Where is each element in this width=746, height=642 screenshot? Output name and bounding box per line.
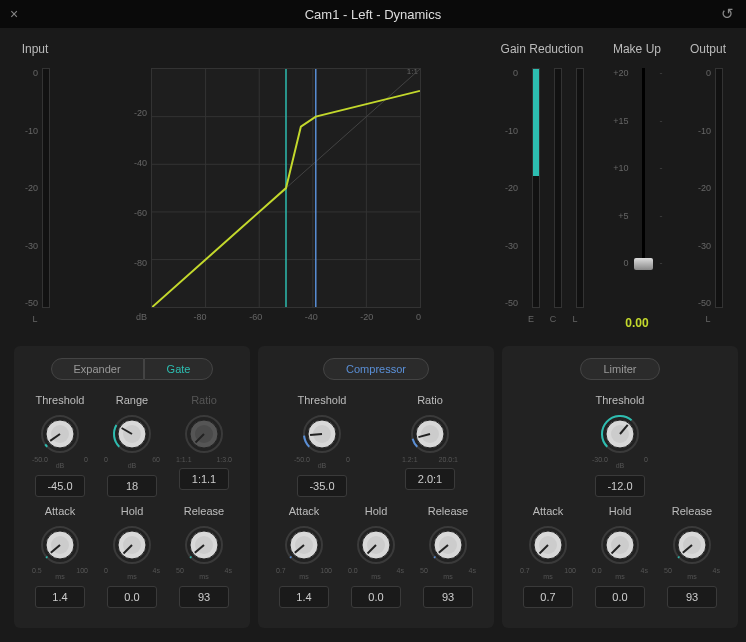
cp-time-row: Attack 0.7100 ms 1.4 Hold 0.04s [268,505,484,608]
knob-dial[interactable] [528,525,568,565]
knob-dial[interactable] [284,525,324,565]
knob-dial[interactable] [40,525,80,565]
knob-label: Attack [289,505,320,517]
limiter-panel: Limiter Threshold -30.00 dB -12.0 Attack [502,346,738,628]
output-foot: L [705,314,710,324]
tab-compressor[interactable]: Compressor [323,358,429,380]
eg-params-row: Threshold -50.00 dB -45.0 Range 060 [24,394,240,497]
knob-value[interactable]: 1.4 [279,586,329,608]
knob-hold: Hold 0.04s ms 0.0 [584,505,656,608]
knob-value[interactable]: 1:1.1 [179,468,229,490]
knob-dial[interactable] [184,414,224,454]
knob-dial[interactable] [112,525,152,565]
controls-section: Expander Gate Threshold -50.00 dB -45.0 … [0,338,746,642]
graph-yscale: -20-40-60-80 [129,68,147,308]
knob-label: Ratio [191,394,217,406]
close-icon[interactable]: × [10,6,18,22]
knob-value[interactable]: 0.0 [595,586,645,608]
knob-value[interactable]: 0.0 [107,586,157,608]
input-label: Input [22,42,49,56]
knob-label: Range [116,394,148,406]
knob-dial[interactable] [302,414,342,454]
knob-value[interactable]: 2.0:1 [405,468,455,490]
makeup-slider-track[interactable] [642,68,645,268]
knob-label: Ratio [417,394,443,406]
knob-attack: Attack 0.7100 ms 1.4 [268,505,340,608]
makeup-value: 0.00 [625,316,648,330]
knob-value[interactable]: 93 [423,586,473,608]
graph-xscale: -80-60-40-200 [151,312,421,322]
knob-label: Threshold [298,394,347,406]
knob-label: Attack [45,505,76,517]
knob-dial[interactable] [184,525,224,565]
knob-hold: Hold 0.04s ms 0.0 [340,505,412,608]
input-meter-bar [42,68,50,308]
knob-label: Threshold [36,394,85,406]
lm-time-row: Attack 0.7100 ms 0.7 Hold 0.04s [512,505,728,608]
knob-value[interactable]: 1.4 [35,586,85,608]
knob-dial[interactable] [428,525,468,565]
knob-value[interactable]: 18 [107,475,157,497]
knob-value[interactable]: 0.7 [523,586,573,608]
makeup-slider-col: Make Up +20+15+10+50 ----- 0.00 [602,42,672,330]
knob-threshold: Threshold -50.00 dB -45.0 [24,394,96,497]
knob-value[interactable]: -45.0 [35,475,85,497]
tab-gate[interactable]: Gate [144,358,214,380]
knob-dial[interactable] [410,414,450,454]
knob-dial[interactable] [112,414,152,454]
tab-limiter[interactable]: Limiter [580,358,659,380]
knob-ratio: Ratio 1.2:120.0:1 2.0:1 [394,394,466,497]
knob-range: Range 060 dB 18 [96,394,168,497]
knob-label: Hold [609,505,632,517]
knob-label: Release [184,505,224,517]
knob-value[interactable]: 93 [667,586,717,608]
gr-bar-l [576,68,584,308]
makeup-label: Make Up [613,42,661,56]
knob-label: Release [428,505,468,517]
knob-value[interactable]: -35.0 [297,475,347,497]
knob-dial[interactable] [600,525,640,565]
knob-label: Release [672,505,712,517]
knob-dial[interactable] [600,414,640,454]
knob-dial[interactable] [40,414,80,454]
gr-bar-c [554,68,562,308]
gain-reduction-meter: Gain Reduction 0-10-20-30-50 ECL [500,42,584,330]
knob-dial[interactable] [356,525,396,565]
gr-bar-e [532,68,540,308]
transfer-curve-graph: 1:1 [151,68,421,308]
output-label: Output [690,42,726,56]
knob-label: Hold [365,505,388,517]
makeup-scale: +20+15+10+50 [606,68,628,268]
knob-value[interactable]: 93 [179,586,229,608]
input-scale: 0-10-20-30-50 [20,68,38,308]
output-meter: Output 0-10-20-30-50 L [690,42,726,330]
input-meter: Input 0-10-20-30-50 L [20,42,50,330]
knob-value[interactable]: 0.0 [351,586,401,608]
knob-release: Release 504s ms 93 [168,505,240,608]
knob-threshold: Threshold -30.00 dB -12.0 [584,394,656,497]
knob-release: Release 504s ms 93 [656,505,728,608]
knob-dial[interactable] [672,525,712,565]
knob-ratio: Ratio 1:1.11:3.0 1:1.1 [168,394,240,497]
output-meter-bar [715,68,723,308]
knob-threshold: Threshold -50.00 dB -35.0 [286,394,358,497]
lm-params-row: Threshold -30.00 dB -12.0 [512,394,728,497]
svg-line-35 [310,434,322,435]
gr-foot: ECL [527,314,579,324]
knob-label: Hold [121,505,144,517]
knob-attack: Attack 0.7100 ms 0.7 [512,505,584,608]
input-foot: L [32,314,37,324]
knob-value[interactable]: -12.0 [595,475,645,497]
knob-label: Threshold [596,394,645,406]
makeup-slider-handle[interactable] [634,258,653,270]
reset-icon[interactable]: ↺ [721,5,734,23]
tab-expander[interactable]: Expander [51,358,144,380]
window-title: Cam1 - Left - Dynamics [305,7,442,22]
title-bar: × Cam1 - Left - Dynamics ↺ [0,0,746,28]
eg-time-row: Attack 0.5100 ms 1.4 Hold 04s ms [24,505,240,608]
graph-svg [152,69,420,307]
compressor-panel: Compressor Threshold -50.00 dB -35.0 Rat… [258,346,494,628]
knob-label: Attack [533,505,564,517]
knob-release: Release 504s ms 93 [412,505,484,608]
gr-scale: 0-10-20-30-50 [500,68,518,308]
